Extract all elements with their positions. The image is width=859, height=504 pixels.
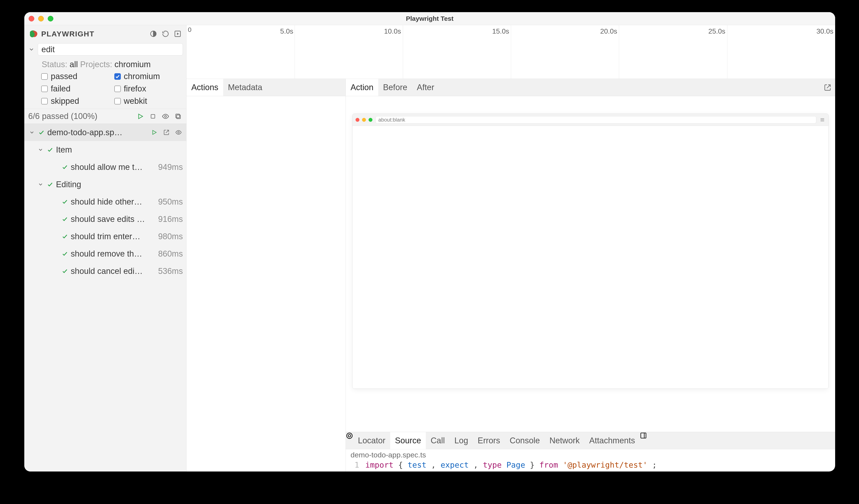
svg-point-12 [347, 433, 352, 439]
layout-toggle-icon[interactable] [640, 432, 647, 449]
checkbox-icon [41, 98, 48, 105]
run-all-icon[interactable] [136, 112, 145, 121]
tab-actions[interactable]: Actions [186, 79, 223, 96]
theme-toggle-icon[interactable] [149, 30, 158, 38]
tree-group-row[interactable]: Editing [24, 176, 186, 193]
actions-pane: Actions Metadata [186, 79, 346, 472]
svg-point-4 [165, 115, 167, 117]
checkbox-icon [114, 85, 121, 92]
filter-webkit[interactable]: webkit [114, 96, 182, 106]
timeline[interactable]: 0 5.0s 10.0s 15.0s 20.0s 25.0s 30.0s [186, 25, 835, 79]
tab-source[interactable]: Source [390, 432, 426, 449]
filter-failed[interactable]: failed [41, 84, 109, 93]
tree-test-time: 950ms [158, 197, 183, 206]
snapshot-tabs: Action Before After [346, 79, 835, 96]
minimize-window-button[interactable] [38, 16, 44, 21]
open-file-icon[interactable] [162, 128, 171, 137]
tree-test-time: 980ms [158, 232, 183, 241]
tree-test-row[interactable]: should save edits … 916ms [24, 210, 186, 228]
tab-log[interactable]: Log [450, 432, 473, 449]
tab-metadata[interactable]: Metadata [223, 79, 267, 96]
svg-point-8 [178, 131, 179, 133]
collapse-search-icon[interactable] [28, 46, 35, 53]
tok: , [473, 460, 478, 469]
tab-after[interactable]: After [412, 79, 439, 96]
reload-icon[interactable] [161, 30, 170, 38]
maximize-window-button[interactable] [48, 16, 54, 21]
status-pass-icon [47, 181, 54, 188]
browser-url: about:blank [376, 116, 816, 124]
status-label: Status: [42, 60, 67, 69]
summary-row: 6/6 passed (100%) [24, 109, 186, 124]
tab-console[interactable]: Console [505, 432, 544, 449]
close-window-button[interactable] [29, 16, 34, 21]
filter-chromium[interactable]: chromium [114, 72, 182, 81]
filter-firefox[interactable]: firefox [114, 84, 182, 93]
svg-rect-14 [641, 433, 646, 438]
timeline-tick-label: 30.0s [816, 27, 833, 35]
projects-value[interactable]: chromium [115, 60, 151, 69]
tree-test-label: should save edits … [71, 215, 155, 224]
app-window: Playwright Test PLAYWRIGHT [24, 12, 835, 472]
tree-file-label: demo-todo-app.sp… [47, 128, 147, 137]
source-line-number: 1 [350, 460, 359, 469]
tab-locator[interactable]: Locator [353, 432, 390, 449]
target-icon[interactable] [346, 432, 353, 449]
tab-errors[interactable]: Errors [473, 432, 505, 449]
status-pass-icon [47, 146, 54, 153]
filter-passed[interactable]: passed [41, 72, 109, 81]
tok: expect [440, 460, 469, 469]
filter-label: skipped [51, 96, 79, 106]
snapshot-pane: Action Before After [346, 79, 835, 472]
tok: { [398, 460, 403, 469]
watch-file-icon[interactable] [174, 128, 183, 137]
status-pass-icon [62, 268, 68, 274]
tree-test-row[interactable]: should hide other… 950ms [24, 193, 186, 210]
tab-call[interactable]: Call [426, 432, 450, 449]
titlebar: Playwright Test [24, 12, 835, 25]
browser-preview: about:blank [352, 113, 829, 389]
window-controls [29, 16, 54, 21]
source-line: 1 import { test , expect , type Page [346, 460, 835, 472]
filter-label: failed [51, 84, 71, 93]
tok: , [431, 460, 436, 469]
tab-attachments[interactable]: Attachments [584, 432, 640, 449]
filter-label: firefox [124, 84, 146, 93]
search-input[interactable] [38, 43, 183, 56]
actions-tabs: Actions Metadata [186, 79, 346, 96]
playwright-logo-icon [29, 29, 38, 38]
filter-skipped[interactable]: skipped [41, 96, 109, 106]
tok: type [483, 460, 502, 469]
tree-test-row[interactable]: should trim enter… 980ms [24, 228, 186, 245]
hamburger-icon [819, 117, 825, 122]
filter-label: chromium [124, 72, 160, 81]
tab-action[interactable]: Action [346, 79, 378, 96]
status-value[interactable]: all [70, 60, 78, 69]
timeline-tick-label: 0 [188, 26, 192, 33]
watch-icon[interactable] [161, 112, 170, 121]
stop-icon[interactable] [149, 112, 157, 121]
tab-network[interactable]: Network [545, 432, 584, 449]
run-file-icon[interactable] [150, 128, 159, 137]
tree-test-label: should trim enter… [71, 232, 155, 241]
tab-before[interactable]: Before [378, 79, 412, 96]
tree-group-row[interactable]: Item [24, 141, 186, 158]
projects-label: Projects: [80, 60, 112, 69]
tok: import [365, 460, 393, 469]
tree-group-label: Item [56, 145, 183, 155]
tree-test-row[interactable]: should remove th… 860ms [24, 245, 186, 263]
checkbox-icon [41, 73, 48, 80]
tree-test-label: should cancel edi… [71, 267, 155, 276]
filter-label: webkit [124, 96, 147, 106]
tree-test-row[interactable]: should allow me t… 949ms [24, 158, 186, 176]
popout-icon[interactable] [820, 79, 835, 96]
tree-file-row[interactable]: demo-todo-app.sp… [24, 124, 186, 141]
run-config-icon[interactable] [173, 30, 182, 38]
timeline-tick-label: 10.0s [384, 27, 401, 35]
window-title: Playwright Test [24, 15, 835, 22]
tree-test-row[interactable]: should cancel edi… 536ms [24, 263, 186, 280]
checkbox-icon [114, 98, 121, 105]
svg-rect-3 [151, 114, 155, 118]
collapse-all-icon[interactable] [174, 112, 182, 121]
browser-body [352, 126, 828, 389]
